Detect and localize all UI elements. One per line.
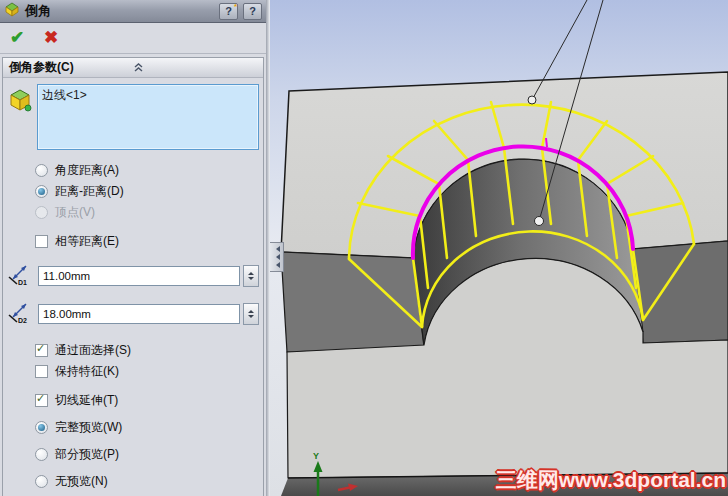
help-button[interactable]: ?: [243, 3, 262, 20]
help-icon: ?: [249, 6, 256, 17]
checkbox-label: 相等距离(E): [55, 233, 119, 250]
edge-selection-list[interactable]: 边线<1>: [37, 84, 259, 150]
panel-collapse-handle[interactable]: [270, 242, 284, 272]
checkbox-label: 通过面选择(S): [55, 342, 131, 359]
graphics-viewport[interactable]: Y 三维网www.3dportal.cn: [270, 0, 728, 496]
radio-icon-disabled: [35, 206, 48, 219]
checkbox-tangent-propagation[interactable]: 切线延伸(T): [35, 390, 263, 411]
radio-label: 完整预览(W): [55, 419, 122, 436]
d2-leader-handle[interactable]: [535, 217, 544, 226]
d1-spinner[interactable]: [243, 265, 259, 287]
chamfer-parameters-group: 倒角参数(C) 边线<1>: [2, 57, 264, 496]
radio-label: 距离-距离(D): [55, 183, 124, 200]
confirm-bar: ✔ ✖: [0, 23, 266, 54]
checkbox-icon-checked: [35, 344, 48, 357]
radio-label: 无预览(N): [55, 473, 108, 490]
group-header-label: 倒角参数(C): [9, 59, 133, 76]
y-axis-label: Y: [313, 451, 319, 461]
radio-no-preview[interactable]: 无预览(N): [35, 471, 263, 492]
part-front-wall-left[interactable]: [281, 252, 424, 352]
d2-icon-label: D2: [18, 317, 27, 324]
d1-distance-input[interactable]: [38, 266, 240, 286]
model-scene: Y: [270, 0, 728, 496]
d2-distance-input[interactable]: [38, 304, 240, 324]
chamfer-feature-icon: [4, 1, 20, 21]
cancel-button[interactable]: ✖: [40, 27, 62, 49]
d1-distance-icon: D1: [7, 262, 35, 290]
radio-icon-selected: [35, 185, 48, 198]
collapse-chevron-icon[interactable]: [133, 62, 257, 73]
collapse-arrow-icon: [273, 246, 280, 252]
radio-icon: [35, 448, 48, 461]
radio-angle-distance[interactable]: 角度距离(A): [35, 160, 263, 181]
edge-selection-icon: [7, 86, 33, 116]
radio-icon: [35, 164, 48, 177]
d1-leader-handle[interactable]: [528, 96, 536, 104]
d1-icon-label: D1: [18, 279, 27, 286]
radio-label: 部分预览(P): [55, 446, 119, 463]
radio-icon-selected: [35, 421, 48, 434]
radio-label: 角度距离(A): [55, 162, 119, 179]
d1-row: D1: [7, 262, 259, 290]
d2-spinner[interactable]: [243, 303, 259, 325]
radio-full-preview[interactable]: 完整预览(W): [35, 417, 263, 438]
collapse-arrow-icon: [273, 254, 280, 260]
chamfer-parameters-header[interactable]: 倒角参数(C): [3, 58, 263, 78]
watermark: 三维网www.3dportal.cn: [496, 466, 726, 494]
property-manager-panel: 倒角 ? * ? ✔ ✖ 倒角参数(C): [0, 0, 266, 496]
panel-title: 倒角: [25, 2, 214, 20]
radio-icon: [35, 475, 48, 488]
checkbox-label: 切线延伸(T): [55, 392, 118, 409]
checkbox-label: 保持特征(K): [55, 363, 119, 380]
checkbox-keep-features[interactable]: 保持特征(K): [35, 361, 263, 382]
panel-title-bar: 倒角 ? * ?: [0, 0, 266, 23]
checkbox-select-through-faces[interactable]: 通过面选择(S): [35, 340, 263, 361]
part-front-wall-right[interactable]: [633, 241, 728, 343]
selected-edge-item[interactable]: 边线<1>: [42, 87, 254, 104]
checkbox-icon-checked: [35, 394, 48, 407]
radio-label: 顶点(V): [55, 204, 95, 221]
context-help-button[interactable]: ? *: [219, 3, 238, 20]
context-help-star-icon: *: [234, 3, 237, 11]
checkbox-equal-distance[interactable]: 相等距离(E): [35, 231, 263, 252]
radio-partial-preview[interactable]: 部分预览(P): [35, 444, 263, 465]
checkbox-icon: [35, 365, 48, 378]
selected-edge-tick: [546, 138, 547, 147]
context-help-icon: ?: [225, 6, 232, 17]
edge-selection-row: 边线<1>: [7, 84, 259, 150]
checkbox-icon: [35, 235, 48, 248]
d2-distance-icon: D2: [7, 300, 35, 328]
ok-button[interactable]: ✔: [6, 27, 28, 49]
radio-vertex: 顶点(V): [35, 202, 263, 223]
collapse-arrow-icon: [273, 262, 280, 268]
d2-row: D2: [7, 300, 259, 328]
radio-distance-distance[interactable]: 距离-距离(D): [35, 181, 263, 202]
